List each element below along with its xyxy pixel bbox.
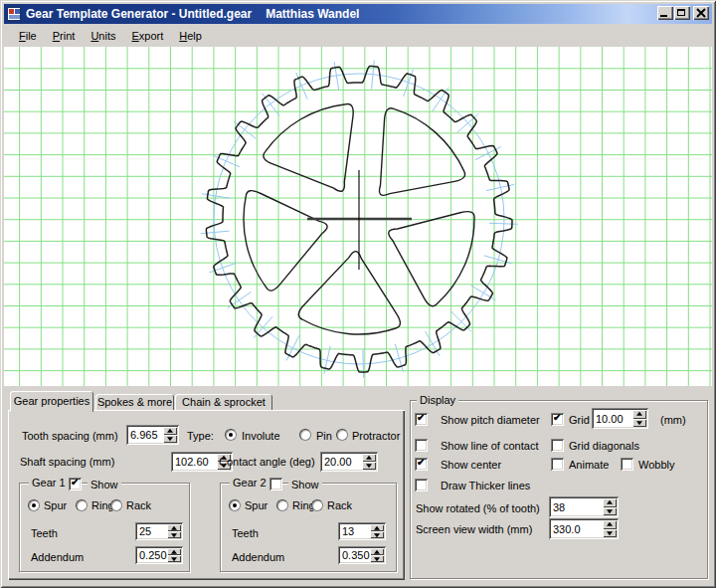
gear1-spur-radio[interactable] (28, 499, 40, 511)
gear2-rack-label[interactable]: Rack (327, 499, 352, 512)
show-line-of-contact-label: Show line of contact (441, 440, 538, 453)
contact-angle-label: Contact angle (deg) (219, 456, 315, 469)
contact-angle-spinner[interactable]: 20.00 (320, 452, 378, 472)
menu-item-print[interactable]: Print (45, 27, 84, 45)
minimize-button[interactable] (657, 6, 673, 20)
gear1-teeth-spinner[interactable]: 25 (135, 522, 183, 540)
screen-view-width-label: Screen view width (mm) (416, 523, 532, 536)
spinner-down-button[interactable] (362, 462, 376, 470)
spinner-up-button[interactable] (370, 524, 384, 531)
spinner-down-button[interactable] (167, 555, 181, 562)
maximize-button[interactable] (674, 6, 690, 20)
animate-checkbox[interactable] (551, 458, 564, 471)
gear2-addendum-spinner[interactable]: 0.350 (338, 546, 386, 564)
gear2-addendum-label: Addendum (232, 551, 284, 564)
gear-canvas[interactable] (4, 47, 712, 386)
show-rotated-spinner[interactable]: 38 (549, 496, 619, 517)
menu-item-help[interactable]: Help (171, 27, 210, 45)
close-button[interactable] (693, 6, 709, 20)
spinner-up-button[interactable] (163, 427, 177, 435)
menu-item-units[interactable]: Units (83, 27, 123, 45)
type-involute-radio[interactable] (225, 429, 237, 441)
shaft-spacing-label: Shaft spacing (mm) (20, 456, 114, 469)
gear1-addendum-spinner[interactable]: 0.250 (135, 546, 183, 564)
gear2-spur-radio[interactable] (229, 499, 241, 511)
grid-diagonals-checkbox[interactable] (551, 439, 564, 452)
spinner-up-button[interactable] (362, 454, 376, 462)
show-pitch-diameter-label: Show pitch diameter (441, 414, 540, 427)
spinner-down-button[interactable] (603, 529, 617, 538)
tab-gear-properties[interactable]: Gear properties (10, 391, 93, 412)
gear1-show-label: Show (88, 479, 121, 491)
spinner-up-button[interactable] (167, 548, 181, 555)
window-title: Gear Template Generator - Untitled.gearM… (26, 7, 359, 21)
spinner-up-button[interactable] (370, 548, 384, 555)
grid-label: Grid (569, 414, 590, 427)
spinner-up-button[interactable] (603, 520, 617, 529)
grid-checkbox[interactable] (551, 413, 564, 426)
draw-thicker-lines-checkbox[interactable] (415, 479, 428, 491)
type-pin-radio[interactable] (299, 429, 311, 441)
grid-size-value[interactable]: 10.00 (596, 413, 624, 425)
tooth-spacing-spinner[interactable]: 6.965 (126, 425, 179, 445)
gear-properties-page: Tooth spacing (mm) 6.965 Type: Involute … (8, 410, 405, 580)
spinner-down-button[interactable] (167, 531, 181, 538)
type-protractor-label[interactable]: Protractor (352, 430, 400, 443)
animate-label: Animate (569, 459, 609, 472)
gear2-rack-radio[interactable] (311, 499, 323, 511)
show-center-checkbox[interactable] (415, 458, 428, 471)
minimize-icon (660, 15, 667, 17)
wobbly-checkbox[interactable] (621, 458, 633, 471)
shaft-spacing-value[interactable]: 102.60 (175, 456, 209, 468)
tab-chain-sprocket[interactable]: Chain & sprocket (175, 394, 272, 410)
gear2-ring-radio[interactable] (276, 499, 288, 511)
type-involute-label[interactable]: Involute (242, 430, 280, 443)
tab-spokes-more[interactable]: Spokes & more (95, 394, 174, 410)
gear2-teeth-value[interactable]: 13 (342, 525, 354, 537)
gear1-addendum-value[interactable]: 0.250 (139, 549, 167, 561)
spinner-down-button[interactable] (370, 555, 384, 562)
menu-item-file[interactable]: File (11, 27, 45, 45)
spinner-down-button[interactable] (632, 419, 646, 428)
gear2-show-checkbox[interactable] (269, 478, 282, 490)
show-center-label: Show center (441, 459, 501, 472)
grid-size-spinner[interactable]: 10.00 (592, 408, 648, 429)
gear2-groupbox: Gear 2 Show Spur Ring Rack Teeth 13 Adde… (220, 483, 397, 572)
titlebar: Gear Template Generator - Untitled.gearM… (4, 4, 712, 24)
spinner-up-button[interactable] (632, 410, 646, 419)
grid-diagonals-label: Grid diagonals (569, 440, 639, 453)
show-pitch-diameter-checkbox[interactable] (415, 413, 428, 426)
spinner-up-button[interactable] (603, 498, 617, 507)
contact-angle-value[interactable]: 20.00 (324, 456, 352, 468)
screen-view-width-value[interactable]: 330.0 (553, 523, 581, 535)
draw-thicker-lines-label: Draw Thicker lines (441, 480, 530, 492)
gear1-spur-label[interactable]: Spur (44, 499, 67, 512)
gear2-spur-label[interactable]: Spur (245, 499, 268, 512)
type-pin-label[interactable]: Pin (316, 430, 332, 443)
spinner-down-button[interactable] (370, 531, 384, 538)
gear1-teeth-value[interactable]: 25 (139, 525, 151, 537)
gear1-rack-label[interactable]: Rack (126, 499, 151, 512)
spinner-down-button[interactable] (163, 435, 177, 443)
gear1-ring-radio[interactable] (76, 499, 88, 511)
type-protractor-radio[interactable] (336, 429, 348, 441)
gear1-teeth-label: Teeth (31, 527, 58, 540)
screen-view-width-spinner[interactable]: 330.0 (549, 518, 619, 539)
show-line-of-contact-checkbox[interactable] (415, 439, 428, 452)
gear1-rack-radio[interactable] (110, 499, 122, 511)
show-rotated-value[interactable]: 38 (553, 501, 565, 513)
gear2-teeth-spinner[interactable]: 13 (338, 522, 386, 540)
menubar: File Print Units Export Help (4, 24, 712, 47)
bottom-panel: Gear properties Spokes & more Chain & sp… (4, 386, 712, 584)
gear2-addendum-value[interactable]: 0.350 (342, 549, 370, 561)
gear2-teeth-label: Teeth (232, 527, 259, 540)
wobbly-label: Wobbly (638, 459, 674, 472)
spinner-down-button[interactable] (603, 507, 617, 516)
gear1-show-checkbox[interactable] (69, 478, 82, 490)
gear2-legend: Gear 2 (230, 477, 269, 490)
tooth-spacing-value[interactable]: 6.965 (130, 429, 158, 441)
menu-item-export[interactable]: Export (123, 27, 171, 45)
spinner-up-button[interactable] (167, 524, 181, 531)
app-window: Gear Template Generator - Untitled.gearM… (0, 0, 716, 588)
show-rotated-label: Show rotated (% of tooth) (416, 502, 540, 515)
